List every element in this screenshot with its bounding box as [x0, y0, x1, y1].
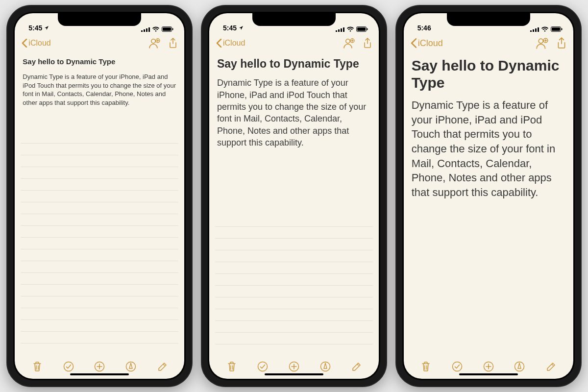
trash-icon	[32, 361, 42, 372]
share-button[interactable]	[557, 37, 566, 49]
svg-rect-0	[141, 30, 143, 32]
battery-icon	[551, 26, 563, 32]
share-button[interactable]	[169, 38, 177, 49]
back-button[interactable]: iCloud	[411, 38, 443, 49]
svg-rect-27	[538, 27, 539, 32]
note-title: Say hello to Dynamic Type	[23, 57, 176, 66]
ruled-lines	[215, 215, 373, 354]
nav-bar: iCloud	[15, 33, 184, 53]
status-time: 5:45	[223, 24, 237, 32]
home-indicator[interactable]	[70, 373, 129, 375]
battery-icon	[356, 26, 368, 32]
compose-icon	[545, 361, 556, 372]
svg-rect-14	[341, 28, 342, 32]
svg-rect-25	[533, 29, 534, 32]
plus-button[interactable]	[482, 360, 495, 373]
compose-button[interactable]	[156, 360, 169, 373]
back-button[interactable]: iCloud	[216, 39, 245, 48]
check-button[interactable]	[62, 360, 75, 373]
home-indicator[interactable]	[265, 373, 323, 375]
svg-point-33	[453, 362, 462, 371]
draw-button[interactable]	[319, 360, 332, 373]
check-button[interactable]	[451, 360, 464, 373]
screen: 5:46 iCloud Say hello t	[404, 13, 573, 379]
svg-rect-18	[367, 28, 368, 30]
svg-rect-15	[343, 27, 344, 32]
note-content[interactable]: Say hello to Dynamic Type Dynamic Type i…	[209, 53, 379, 354]
share-icon	[169, 38, 177, 49]
note-title: Say hello to Dynamic Type	[412, 57, 565, 91]
draw-button[interactable]	[124, 360, 137, 373]
ruled-lines	[21, 132, 178, 354]
check-circle-icon	[63, 361, 74, 372]
svg-point-31	[539, 39, 543, 43]
screen: 5:45	[15, 13, 184, 379]
notch	[447, 13, 530, 26]
trash-icon	[227, 361, 237, 372]
screen: 5:45 iCloud	[209, 13, 379, 379]
nav-bar: iCloud	[209, 33, 379, 53]
trash-button[interactable]	[31, 360, 44, 373]
svg-point-19	[346, 39, 350, 43]
chevron-left-icon	[22, 39, 27, 48]
check-circle-icon	[452, 361, 463, 372]
check-button[interactable]	[256, 360, 269, 373]
compose-icon	[351, 361, 362, 372]
phone-small: 5:45	[6, 5, 193, 387]
add-person-button[interactable]	[535, 37, 549, 49]
back-label: iCloud	[418, 38, 443, 49]
notch	[58, 13, 141, 26]
svg-rect-12	[336, 30, 337, 32]
share-button[interactable]	[363, 38, 372, 49]
wifi-icon	[541, 26, 549, 32]
location-arrow-icon	[44, 25, 49, 30]
svg-rect-13	[338, 29, 340, 32]
notch	[252, 13, 336, 26]
status-time: 5:45	[28, 24, 42, 32]
note-body: Dynamic Type is a feature of your iPhone…	[23, 73, 176, 107]
add-person-button[interactable]	[148, 38, 161, 49]
bezel: 5:46 iCloud Say hello t	[402, 12, 575, 380]
cellular-signal-icon	[336, 27, 344, 32]
draw-button[interactable]	[513, 360, 526, 373]
note-content[interactable]: Say hello to Dynamic Type Dynamic Type i…	[15, 53, 184, 354]
plus-circle-icon	[94, 361, 105, 372]
back-button[interactable]: iCloud	[22, 39, 50, 48]
bezel: 5:45 iCloud	[208, 12, 380, 380]
svg-point-9	[64, 362, 73, 371]
status-time: 5:46	[417, 24, 431, 32]
home-indicator[interactable]	[459, 373, 518, 375]
svg-rect-30	[561, 28, 562, 30]
plus-button[interactable]	[288, 360, 300, 373]
note-body: Dynamic Type is a feature of your iPhone…	[217, 77, 371, 148]
add-person-button[interactable]	[343, 38, 355, 49]
compose-button[interactable]	[544, 360, 557, 373]
share-icon	[557, 37, 566, 49]
draw-circle-icon	[320, 361, 331, 372]
back-label: iCloud	[223, 39, 245, 48]
cellular-signal-icon	[141, 27, 150, 32]
svg-rect-24	[530, 30, 532, 32]
compose-button[interactable]	[350, 360, 363, 373]
cellular-signal-icon	[530, 27, 539, 32]
trash-button[interactable]	[225, 360, 238, 373]
add-person-icon	[148, 38, 161, 49]
draw-circle-icon	[125, 361, 136, 372]
svg-rect-29	[552, 27, 560, 31]
plus-circle-icon	[483, 361, 494, 372]
trash-button[interactable]	[419, 360, 432, 373]
trash-icon	[421, 361, 431, 372]
svg-rect-6	[172, 28, 173, 30]
share-icon	[363, 38, 372, 49]
svg-rect-1	[144, 29, 145, 32]
add-person-icon	[343, 38, 355, 49]
wifi-icon	[152, 26, 160, 32]
draw-circle-icon	[514, 361, 525, 372]
svg-rect-17	[357, 27, 366, 31]
compose-icon	[157, 361, 168, 372]
plus-button[interactable]	[93, 360, 106, 373]
chevron-left-icon	[216, 39, 222, 48]
note-content[interactable]: Say hello to Dynamic Type Dynamic Type i…	[404, 53, 573, 354]
back-label: iCloud	[28, 39, 50, 48]
svg-point-21	[258, 362, 268, 371]
